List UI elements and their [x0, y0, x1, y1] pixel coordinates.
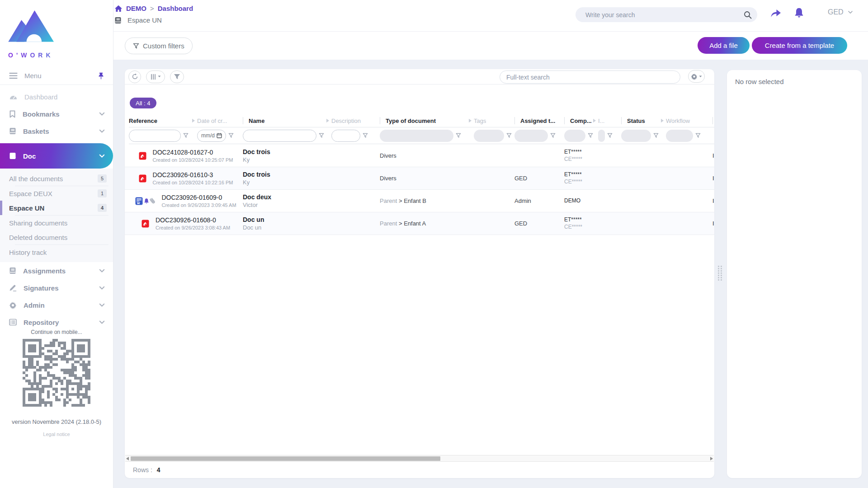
search-icon[interactable]	[744, 11, 752, 19]
sidebar-item-sharing-documents[interactable]: Sharing documents	[0, 216, 113, 230]
column-header-ref[interactable]: Reference	[129, 117, 197, 124]
column-header-label: Assigned t...	[520, 117, 555, 124]
calendar-icon	[217, 133, 222, 138]
company-cell: DEMO	[564, 190, 621, 212]
filter-cell-date: mm/d	[197, 130, 243, 142]
count-badge: 5	[98, 174, 107, 183]
column-header-label: Status	[627, 117, 645, 124]
horizontal-scrollbar[interactable]	[125, 455, 714, 462]
filter-cell-name	[243, 130, 331, 142]
filter-input-name[interactable]	[243, 130, 316, 142]
column-header-label: Workflow	[666, 117, 690, 124]
sidebar-item-espace-deux[interactable]: Espace DEUX1	[0, 186, 113, 201]
funnel-icon[interactable]	[550, 133, 556, 138]
reference-cell: DOC230926-01609-0Created on 9/26/2023 3:…	[129, 190, 243, 212]
filter-button[interactable]	[170, 70, 184, 83]
funnel-icon[interactable]	[695, 133, 701, 138]
table-row[interactable]: DOC241028-01627-0Created on 10/28/2024 1…	[125, 145, 714, 167]
custom-filters-button[interactable]: Custom filters	[125, 38, 193, 54]
funnel-icon[interactable]	[588, 133, 593, 138]
add-file-button[interactable]: Add a file	[698, 37, 750, 54]
sidebar-item-all-the-documents[interactable]: All the documents5	[0, 171, 113, 186]
home-icon[interactable]	[114, 5, 123, 12]
table-row[interactable]: DOC230926-01609-0Created on 9/26/2023 3:…	[125, 190, 714, 212]
column-header-tags[interactable]: Tags	[474, 117, 514, 124]
column-header-workflow[interactable]: Workflow	[666, 117, 712, 124]
sidebar-item-history-track[interactable]: History track	[0, 245, 113, 259]
chevron-down-icon	[99, 303, 105, 307]
panel-resize-handle[interactable]	[718, 266, 723, 281]
funnel-icon[interactable]	[506, 133, 512, 138]
column-header-label: Description	[331, 117, 361, 124]
word-icon	[135, 197, 143, 205]
company-cell: ET*****CE*****	[564, 145, 621, 167]
name-cell: Doc troisKy	[243, 145, 380, 167]
caret-down-icon	[158, 75, 161, 78]
sidebar-item-deleted-documents[interactable]: Deleted documents	[0, 230, 113, 244]
table-settings-button[interactable]	[688, 70, 705, 83]
type-parent: Parent	[380, 220, 399, 227]
documents-table-card: All : 4 ReferenceDate of cr...NameDescri…	[125, 69, 714, 478]
table-row[interactable]: DOC230926-01610-3Created on 10/28/2024 1…	[125, 167, 714, 190]
column-header-name[interactable]: Name	[243, 117, 331, 124]
assigned-cell	[514, 145, 564, 167]
sidebar-item-assignments[interactable]: Assignments	[0, 262, 113, 279]
column-header-desc[interactable]: Description	[331, 117, 380, 124]
column-header-y[interactable]: Y...	[712, 117, 714, 124]
document-name: Doc un	[243, 216, 380, 224]
column-header-date[interactable]: Date of cr...	[197, 117, 243, 124]
created-date: Created on 10/28/2024 10:22:16 PM	[153, 180, 233, 185]
document-type: Divers	[380, 152, 514, 159]
funnel-icon[interactable]	[183, 133, 189, 138]
table-row[interactable]: DOC230926-01608-0Created on 9/26/2023 3:…	[125, 212, 714, 235]
refresh-button[interactable]	[128, 70, 141, 83]
scroll-left-arrow-icon[interactable]	[126, 457, 129, 460]
chevron-down-icon	[99, 320, 105, 324]
funnel-icon[interactable]	[319, 133, 324, 138]
funnel-icon[interactable]	[607, 133, 613, 138]
sidebar-item-doc[interactable]: Doc	[0, 143, 113, 169]
filter-input-desc[interactable]	[331, 130, 360, 142]
sidebar-item-admin[interactable]: Admin	[0, 296, 113, 314]
sidebar-item-signatures[interactable]: Signatures	[0, 279, 113, 296]
bell-icon	[794, 7, 804, 19]
hamburger-icon[interactable]	[9, 72, 18, 79]
sidebar-item-repository[interactable]: Repository	[0, 314, 113, 331]
column-header-assigned[interactable]: Assigned t...	[514, 117, 564, 124]
status-cell	[621, 167, 712, 189]
global-search-input[interactable]	[585, 11, 744, 19]
columns-button[interactable]	[146, 70, 165, 83]
create-from-template-button[interactable]: Create from a template	[752, 37, 847, 54]
type-value: Divers	[380, 152, 396, 159]
funnel-icon[interactable]	[363, 133, 368, 138]
breadcrumb-current[interactable]: Dashboard	[158, 5, 193, 12]
fulltext-search-input[interactable]	[500, 70, 680, 84]
filter-input-ref[interactable]	[129, 130, 181, 142]
column-header-status[interactable]: Status	[621, 117, 666, 124]
funnel-icon[interactable]	[653, 133, 659, 138]
status-cell	[621, 190, 712, 212]
filter-date-input[interactable]: mm/d	[197, 130, 226, 142]
funnel-icon[interactable]	[228, 133, 234, 138]
sidebar-item-espace-un[interactable]: Espace UN4	[0, 201, 113, 215]
refresh-icon	[132, 73, 138, 80]
share-button[interactable]	[770, 8, 782, 20]
detail-panel: No row selected	[727, 70, 862, 478]
chevron-down-icon	[99, 286, 105, 290]
scroll-right-arrow-icon[interactable]	[710, 457, 713, 460]
sidebar-item-dashboard[interactable]: Dashboard	[0, 88, 113, 105]
notifications-button[interactable]	[794, 7, 804, 20]
pin-icon[interactable]	[98, 72, 104, 80]
legal-notice-link[interactable]: Legal notice	[0, 432, 113, 437]
column-header-i[interactable]: I...	[598, 117, 621, 124]
breadcrumb-root[interactable]: DEMO	[126, 5, 146, 12]
all-rows-chip[interactable]: All : 4	[130, 98, 156, 108]
filter-disabled-type	[380, 130, 453, 142]
column-header-comp[interactable]: Comp...	[564, 117, 598, 124]
scrollbar-thumb[interactable]	[131, 456, 440, 461]
user-menu[interactable]: GED	[828, 8, 853, 16]
sidebar-item-baskets[interactable]: Baskets	[0, 122, 113, 140]
sidebar-item-bookmarks[interactable]: Bookmarks	[0, 105, 113, 122]
funnel-icon[interactable]	[456, 133, 461, 138]
column-header-type[interactable]: Type of document	[380, 117, 474, 124]
